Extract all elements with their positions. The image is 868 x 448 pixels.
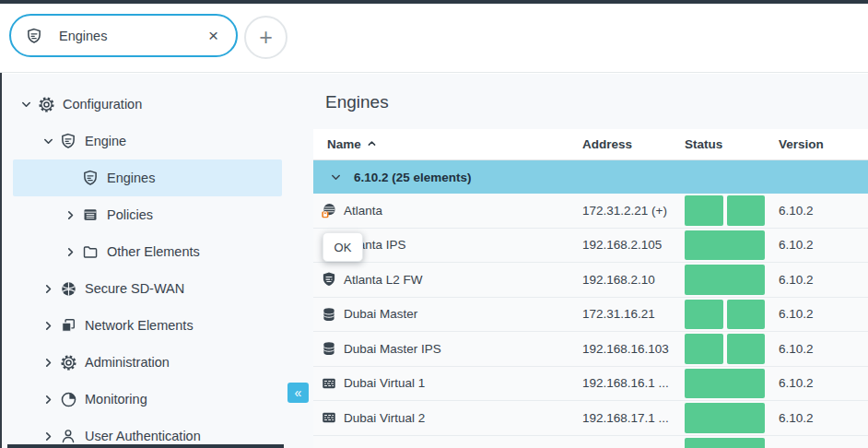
table-row-dubai-virtual-1[interactable]: Dubai Virtual 1192.168.16.1 ...6.10.2 <box>313 367 868 402</box>
window-bottom-edge <box>7 444 284 448</box>
chevron-right-icon[interactable] <box>37 320 59 332</box>
table-body: Atlanta172.31.2.21 (+)6.10.2Atlanta IPS1… <box>313 194 868 448</box>
cell-status <box>685 194 766 228</box>
sidebar-item-engine[interactable]: Engine <box>13 123 282 159</box>
cell-name: Dubai Master IPS <box>313 340 574 357</box>
cell-address: 192.168.2.10 <box>574 273 685 287</box>
sidebar-item-label: Administration <box>85 355 170 370</box>
policies-icon <box>81 206 100 223</box>
chevron-right-icon[interactable] <box>59 246 81 258</box>
table-row-partial[interactable] <box>313 436 868 448</box>
database-icon <box>321 306 337 323</box>
table-row-atlanta-ips[interactable]: Atlanta IPS192.168.2.1056.10.2 <box>313 229 868 264</box>
virtual-icon <box>321 375 337 392</box>
chevron-right-icon[interactable] <box>37 430 59 442</box>
engine-name: Dubai Master IPS <box>344 342 441 356</box>
cell-address: 192.168.16.1 ... <box>574 376 685 390</box>
virtual-icon <box>321 409 337 426</box>
sidebar-item-monitoring[interactable]: Monitoring <box>13 381 282 418</box>
cell-name: Atlanta L2 FW <box>313 271 574 288</box>
engine-name: Atlanta L2 FW <box>344 273 423 287</box>
cell-name: Dubai Virtual 1 <box>313 375 574 392</box>
chevron-right-icon[interactable] <box>37 394 59 406</box>
cell-version: 6.10.2 <box>766 273 868 287</box>
sidebar-item-label: Engines <box>107 171 155 185</box>
status-block <box>685 300 723 330</box>
chevron-down-icon[interactable] <box>15 99 37 111</box>
sidebar-item-label: Network Elements <box>85 318 194 333</box>
sidebar-item-label: Configuration <box>63 97 142 112</box>
user-icon <box>59 428 77 444</box>
chevron-down-icon[interactable] <box>324 171 346 183</box>
sidebar-item-administration[interactable]: Administration <box>13 344 282 381</box>
sidebar-item-label: Policies <box>107 207 153 222</box>
cell-version: 6.10.2 <box>766 307 868 321</box>
table-row-dubai-virtual-2[interactable]: Dubai Virtual 2192.168.17.1 ...6.10.2 <box>313 401 868 436</box>
sort-ascending-icon <box>367 137 377 151</box>
cell-address: 192.168.17.1 ... <box>574 411 685 425</box>
chevron-down-icon[interactable] <box>37 136 59 147</box>
sidebar-item-other-elements[interactable]: Other Elements <box>13 233 282 270</box>
sidebar-item-configuration[interactable]: Configuration <box>13 86 282 123</box>
engine-name: Atlanta <box>344 204 382 218</box>
sidebar-item-label: User Authentication <box>85 429 201 443</box>
status-block <box>727 195 766 226</box>
table-group-row[interactable]: 6.10.2 (25 elements) <box>313 160 868 194</box>
cell-name: Dubai Master <box>313 306 574 323</box>
sidebar-item-secure-sd-wan[interactable]: Secure SD-WAN <box>13 270 282 307</box>
cell-status <box>685 367 766 401</box>
sidebar-item-label: Engine <box>85 134 126 148</box>
cell-status <box>685 436 766 448</box>
table-header-row: Name Address Status Version <box>313 129 868 160</box>
cell-status <box>685 263 766 297</box>
cell-version: 6.10.2 <box>766 204 868 218</box>
gear-icon <box>59 354 77 371</box>
sidebar-item-policies[interactable]: Policies <box>13 196 282 233</box>
group-row-label: 6.10.2 (25 elements) <box>354 171 472 184</box>
shield-icon <box>59 133 77 149</box>
tab-label: Engines <box>59 29 107 43</box>
new-tab-button[interactable]: + <box>244 16 287 59</box>
squares-icon <box>59 317 77 334</box>
cell-status <box>685 229 766 263</box>
cell-status <box>685 401 766 435</box>
table-row-dubai-master[interactable]: Dubai Master172.31.16.216.10.2 <box>313 298 868 333</box>
status-block <box>685 403 765 433</box>
column-header-address[interactable]: Address <box>574 137 685 151</box>
cell-status <box>685 298 766 332</box>
cell-version: 6.10.2 <box>766 376 868 390</box>
chevron-right-icon[interactable] <box>37 357 59 369</box>
status-tooltip: OK <box>323 232 363 262</box>
shield-icon <box>25 28 43 44</box>
cell-name: Dubai Virtual 2 <box>313 409 574 426</box>
cell-address: 192.168.2.105 <box>574 238 685 252</box>
sidebar-collapse-button[interactable]: « <box>287 383 309 403</box>
table-row-atlanta[interactable]: Atlanta172.31.2.21 (+)6.10.2 <box>313 194 868 229</box>
cell-address: 172.31.2.21 (+) <box>574 204 685 218</box>
chevron-right-icon[interactable] <box>59 209 81 221</box>
column-header-name[interactable]: Name <box>313 137 574 151</box>
column-header-version[interactable]: Version <box>766 137 868 151</box>
chevron-right-icon[interactable] <box>37 283 59 295</box>
cell-address: 172.31.16.21 <box>574 307 685 321</box>
sidebar-item-engines[interactable]: Engines <box>13 159 282 196</box>
status-block <box>685 265 765 295</box>
l2fw-icon <box>321 271 337 288</box>
status-block <box>685 195 723 226</box>
gear-icon <box>37 96 55 113</box>
cell-version: 6.10.2 <box>766 342 868 356</box>
sidebar-item-label: Other Elements <box>107 244 200 259</box>
cell-name: Atlanta <box>313 202 574 219</box>
table-row-dubai-master-ips[interactable]: Dubai Master IPS192.168.16.1036.10.2 <box>313 332 868 367</box>
tab-engines[interactable]: Engines × <box>9 14 238 57</box>
close-icon[interactable]: × <box>205 25 222 46</box>
cell-version: 6.10.2 <box>766 411 868 425</box>
tab-bar: Engines × + <box>0 4 868 73</box>
sidebar-item-network-elements[interactable]: Network Elements <box>13 307 282 344</box>
globe-icon <box>59 280 77 298</box>
table-row-atlanta-l2-fw[interactable]: Atlanta L2 FW192.168.2.106.10.2 <box>313 263 868 298</box>
status-block <box>685 230 765 261</box>
sidebar-item-label: Monitoring <box>85 392 147 407</box>
sidebar-item-label: Secure SD-WAN <box>85 281 184 296</box>
column-header-status[interactable]: Status <box>685 137 766 151</box>
